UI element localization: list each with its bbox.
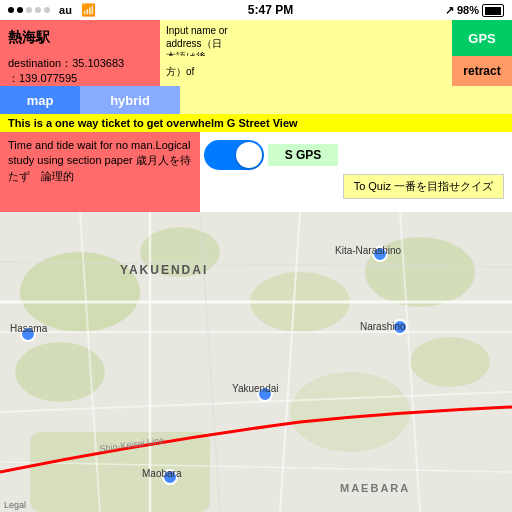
destination-name-box: 熱海駅 <box>0 20 160 56</box>
carrier-label: au <box>59 4 72 16</box>
row2: destination：35.103683：139.077595 方）of re… <box>0 56 512 86</box>
quiz-button[interactable]: To Quiz 一番を目指せクイズ <box>343 174 504 199</box>
toggle-quiz-area: S GPS To Quiz 一番を目指せクイズ <box>200 132 512 212</box>
toggle-row: S GPS <box>200 132 512 170</box>
row3: map hybrid <box>0 86 512 114</box>
row1: 熱海駅 Input name or address（日 本語は後 GPS <box>0 20 512 56</box>
svg-text:Hasama: Hasama <box>10 323 48 334</box>
row3-right <box>180 86 512 114</box>
map-svg: YAKUENDAI Kita-Narashino Narashino Hasam… <box>0 212 512 512</box>
signal-dot-4 <box>35 7 41 13</box>
input-address-box: Input name or address（日 本語は後 <box>160 20 452 56</box>
text-block: Time and tide wait for no man.Logical st… <box>0 132 200 212</box>
address-continued-box: 方）of <box>160 56 452 86</box>
status-bar: au 📶 5:47 PM ↗ 98% <box>0 0 512 20</box>
retract-button[interactable]: retract <box>452 56 512 86</box>
signal-dot-2 <box>17 7 23 13</box>
destination-name: 熱海駅 <box>8 29 50 47</box>
signal-dot-5 <box>44 7 50 13</box>
warning-bar: This is a one way ticket to get overwhel… <box>0 114 512 132</box>
sgps-button[interactable]: S GPS <box>268 144 338 166</box>
map-area[interactable]: YAKUENDAI Kita-Narashino Narashino Hasam… <box>0 212 512 512</box>
svg-text:Yakuendai: Yakuendai <box>232 383 279 394</box>
svg-text:Maobara: Maobara <box>142 468 182 479</box>
signal-area: au 📶 <box>8 3 96 17</box>
gps-button[interactable]: GPS <box>452 20 512 56</box>
time-display: 5:47 PM <box>248 3 293 17</box>
svg-text:MAEBARA: MAEBARA <box>340 482 410 494</box>
wifi-icon: 📶 <box>81 3 96 17</box>
svg-text:YAKUENDAI: YAKUENDAI <box>120 263 208 277</box>
top-panel: 熱海駅 Input name or address（日 本語は後 GPS des… <box>0 20 512 212</box>
battery-area: ↗ 98% <box>445 4 504 17</box>
hybrid-button[interactable]: hybrid <box>80 86 180 114</box>
battery-percent: 98% <box>457 4 479 16</box>
signal-dot-3 <box>26 7 32 13</box>
svg-text:Narashino: Narashino <box>360 321 406 332</box>
svg-text:Legal: Legal <box>4 500 26 510</box>
toggle-switch[interactable] <box>204 140 264 170</box>
svg-point-6 <box>410 337 490 387</box>
battery-icon <box>482 4 504 17</box>
signal-dot-1 <box>8 7 14 13</box>
location-arrow-icon: ↗ <box>445 4 454 17</box>
svg-text:Kita-Narashino: Kita-Narashino <box>335 245 402 256</box>
map-button[interactable]: map <box>0 86 80 114</box>
coords-text: destination：35.103683：139.077595 <box>8 56 124 86</box>
row4: Time and tide wait for no man.Logical st… <box>0 132 512 212</box>
coordinates-box: destination：35.103683：139.077595 <box>0 56 160 86</box>
svg-point-8 <box>290 372 410 452</box>
row5: To Quiz 一番を目指せクイズ <box>200 170 512 203</box>
